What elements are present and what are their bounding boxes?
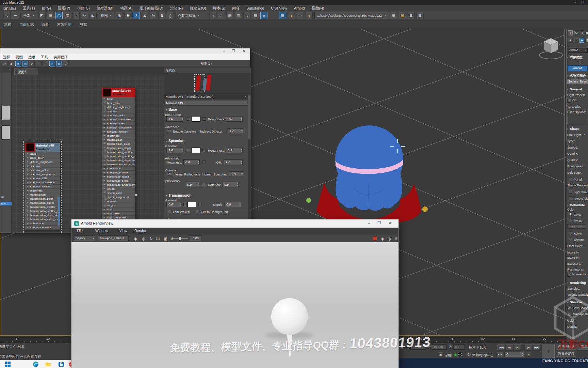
slate-preview-icon[interactable]: ▦ [56,61,62,66]
node-param-slot[interactable]: specular_color [102,113,135,118]
slate-view-dropdown[interactable]: 视图 1 [200,61,212,66]
update-icon[interactable]: ↻ [148,236,154,241]
panel-row[interactable] [578,61,583,65]
node-param-slot[interactable]: subsurface [25,221,60,226]
menu-item[interactable]: 脚本(S) [210,5,229,11]
slate-pencil-icon[interactable]: / [63,61,69,66]
node-param-slot[interactable]: transmission_scatter_ani... [102,154,135,158]
ribbon-tab[interactable]: 选择 [38,20,53,27]
rotation-spinner[interactable]: 0.0 [222,182,239,187]
selection-filter-dropdown[interactable]: 全部 [20,12,37,19]
snap-3d-icon[interactable]: 3 [133,12,140,19]
material-44-node[interactable]: Material #44 Standard... — basebase_colo… [102,88,135,220]
menu-item[interactable]: 工具(T) [19,5,38,11]
transmission-color-map-checkbox[interactable] [198,203,202,206]
rendered-frame-icon[interactable]: ● [288,12,295,19]
window-buttons[interactable]: – ❒ [574,0,586,5]
browser-item[interactable]: air [1,195,4,198]
panel-row[interactable]: Rendering [567,281,586,285]
named-selection-dropdown[interactable]: 创建选择集 [175,12,208,19]
ribbon-tab[interactable]: 建模 [0,20,15,27]
node-param-slot[interactable]: coat [102,208,135,212]
node-param-slot[interactable]: normal [102,199,135,203]
panel-row[interactable]: Light Propert [567,93,585,97]
transmission-weight-spinner[interactable]: 0.0 [166,202,181,207]
panel-row[interactable]: Targ. Dist: [567,105,581,108]
edge-icon[interactable] [33,361,39,367]
project-folder-icon[interactable]: ▤ [390,12,397,19]
project-import-icon[interactable]: ⊞ [408,12,415,19]
base-weight-spinner[interactable]: 1.0 [166,116,183,122]
metalness-map-checkbox[interactable] [202,160,206,164]
node-param-slot[interactable]: diffuse_roughness [102,105,135,109]
slate-connect-icon[interactable]: ⌐ [43,61,48,66]
transport-button[interactable]: ◀| [506,344,513,350]
node-param-slot[interactable]: base_color [102,101,135,105]
node-param-slot[interactable]: specular_rotation [102,130,135,134]
node-param-slot[interactable]: sheen [102,187,135,191]
menu-item[interactable]: 自定义(U) [186,5,209,11]
node-param-slot[interactable]: coat_color [102,212,135,216]
node-param-slot[interactable]: sheen_roughness [102,195,135,199]
node-param-slot[interactable]: specular_roughness [102,118,135,122]
menu-item[interactable]: 视图(V) [54,5,74,11]
node-param-slot[interactable]: specular_IOR [25,177,60,181]
slate-select-icon[interactable]: ■ [15,61,21,66]
node-param-slot[interactable]: transmission_dispersion [102,158,135,163]
menu-item[interactable]: 编辑(E) [0,5,19,11]
node-param-slot[interactable]: specular_color [25,168,60,172]
node-param-slot[interactable]: subsurface_color [25,226,60,230]
indirect-specular-spinner[interactable]: 1.0 [229,171,243,177]
time-tag-icon[interactable]: ◎ [466,352,471,357]
node-param-slot[interactable]: subsurface [102,167,135,171]
audio-icon[interactable]: ◎ [387,236,392,241]
select-by-name-icon[interactable]: ▤ [47,12,54,19]
use-pivot-icon[interactable]: ◉ [116,12,123,19]
spinner-snap-icon[interactable]: ⇅ [158,12,165,19]
node-param-slot[interactable]: specular [102,109,135,113]
menu-item[interactable]: Substance [243,5,267,11]
node-param-slot[interactable]: subsurface_radius [102,175,135,179]
node-param-slot[interactable]: specular_IOR [102,122,135,126]
ref-coord-dropdown[interactable]: 视图 [98,12,115,19]
slate-titlebar[interactable]: – ❒ ✕ [0,48,250,54]
arnold-light-button[interactable]: Arnold [567,65,588,71]
menu-item[interactable]: 内容 [229,5,243,11]
ipr-icon[interactable]: ◎ [141,236,146,241]
transmission-rollout[interactable]: Transmission [166,193,192,197]
menu-item[interactable]: 帮助(H) [308,5,328,11]
node-param-slot[interactable]: transmission_extra_roug... [25,217,60,221]
align-icon[interactable]: ⇌ [218,12,225,19]
geometry-icon[interactable]: ● [568,38,573,43]
specular-color-map-checkbox[interactable] [202,149,206,152]
scale-icon[interactable]: ◣ [89,12,97,19]
renderview-titlebar[interactable]: a Arnold RenderView – ❒ ✕ [71,219,398,228]
add-time-tag[interactable]: 添加时间标记 [472,353,493,358]
renderview-menu-item[interactable]: Render [134,229,146,233]
panel-row[interactable]: Portal [569,177,582,181]
node-param-slot[interactable]: sheen_color [102,191,135,195]
panel-row[interactable]: Spread: [567,146,578,149]
panel-row[interactable]: Preset: [569,219,584,223]
rotate-icon[interactable]: ↻ [81,12,88,19]
transport-button[interactable]: |◀◀ [497,344,505,350]
curve-editor-icon[interactable]: ∿ [243,12,250,19]
ai-denoise-icon[interactable]: ◉ [380,236,385,241]
node-param-slot[interactable]: transmission_dispersion [25,213,60,217]
panel-row[interactable]: On [567,98,576,103]
panel-row[interactable]: Quad Y: [567,158,578,162]
panel-row[interactable]: Texture [569,237,584,242]
node-param-slot[interactable]: transmission_color [25,197,60,201]
node-param-slot[interactable]: transmission_scatter_ani... [25,209,60,213]
motion-tab-icon[interactable]: ▦ [585,30,588,35]
panel-row[interactable]: General [567,87,582,91]
node-param-slot[interactable]: subsurface_anisotropy [102,183,135,187]
menu-item[interactable]: 修改器(M) [93,5,117,11]
panel-row[interactable]: Emit Light Fr [567,133,585,137]
panel-row[interactable]: User Options: [567,110,586,114]
render-window-icon[interactable]: ▭ [297,12,304,19]
panel-row[interactable]: Roundness: [567,165,584,168]
select-and-link-icon[interactable]: ∿ [3,12,11,19]
panel-row[interactable]: Always Vis [569,196,588,200]
user-options-box[interactable] [567,115,587,124]
